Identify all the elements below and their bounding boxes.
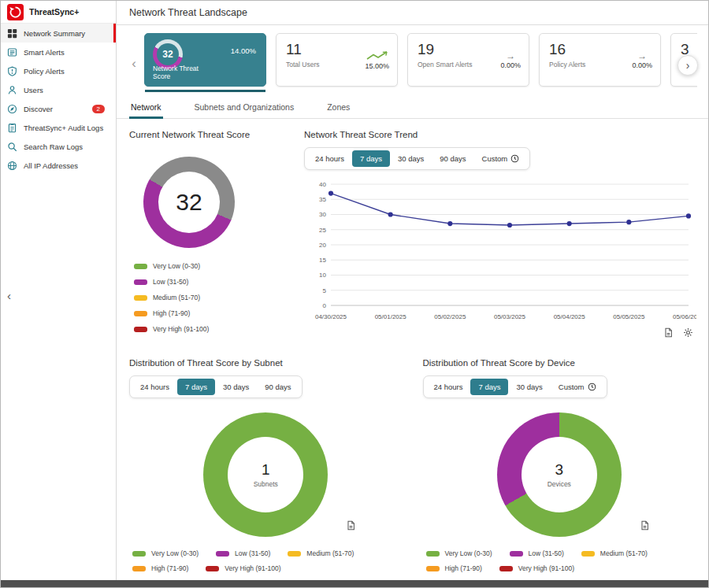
pill-label: 30 days <box>516 383 542 391</box>
device-range-7-days[interactable]: 7 days <box>470 379 508 395</box>
device-range-30-days[interactable]: 30 days <box>508 379 550 395</box>
pill-label: 7 days <box>360 154 382 163</box>
sidebar-item-threatsync-audit-logs[interactable]: ThreatSync+ Audit Logs <box>1 118 116 137</box>
sidebar-item-label: Smart Alerts <box>24 48 65 57</box>
discover-icon <box>7 103 18 114</box>
kpi-card-policy-alerts[interactable]: 16Policy Alerts→0.00% <box>539 33 661 87</box>
bottom-bar <box>1 580 708 587</box>
trend-points <box>329 190 691 227</box>
trend-range-90-days[interactable]: 90 days <box>432 150 473 167</box>
kpi-card-open-smart-alerts[interactable]: 19Open Smart Alerts→0.00% <box>407 33 529 87</box>
svg-text:05/01/2025: 05/01/2025 <box>375 313 407 320</box>
carousel-prev-button[interactable]: ‹ <box>128 56 140 72</box>
subnet-donut-hole: 1 Subnets <box>228 437 303 512</box>
svg-text:05/05/2025: 05/05/2025 <box>613 313 645 320</box>
subnet-range-30-days[interactable]: 30 days <box>215 379 257 395</box>
legend-label: Very High (91-100) <box>225 564 280 572</box>
svg-text:30: 30 <box>319 211 326 218</box>
subnet-range-7-days[interactable]: 7 days <box>177 379 215 395</box>
audit-logs-icon <box>7 122 18 133</box>
legend-swatch <box>134 264 147 269</box>
pill-label: 90 days <box>440 154 466 163</box>
device-donut-wrap: 3 Devices <box>497 412 622 537</box>
sidebar-item-label: Network Summary <box>24 29 85 38</box>
subnet-distribution-panel: Distribution of Threat Score by Subnet 2… <box>129 358 403 572</box>
legend-item-high-71-90: High (71-90) <box>426 564 482 572</box>
kpi-card-total-users[interactable]: 11Total Users15.00% <box>276 33 398 87</box>
tab-zones[interactable]: Zones <box>325 95 351 118</box>
svg-text:20: 20 <box>319 242 326 249</box>
threat-score-legend: Very Low (0-30)Low (31-50)Medium (51-70)… <box>134 262 296 333</box>
legend-swatch <box>288 551 301 557</box>
bottom-section: Distribution of Threat Score by Subnet 2… <box>117 341 708 572</box>
sidebar-item-discover[interactable]: Discover2 <box>1 99 116 118</box>
svg-text:40: 40 <box>319 181 326 188</box>
sidebar-item-network-summary[interactable]: Network Summary <box>1 24 116 43</box>
legend-swatch <box>134 327 147 332</box>
sidebar-item-search-raw-logs[interactable]: Search Raw Logs <box>1 137 116 156</box>
device-range-custom[interactable]: Custom <box>551 379 604 395</box>
clock-icon <box>510 154 519 163</box>
sidebar-item-policy-alerts[interactable]: Policy Alerts <box>1 61 116 80</box>
pill-label: 90 days <box>265 383 291 391</box>
sidebar-collapse-button[interactable]: ‹ <box>7 289 11 302</box>
tab-subnets-and-organizations[interactable]: Subnets and Organizations <box>193 95 296 118</box>
kpi-delta-text: 0.00% <box>500 61 521 69</box>
sidebar-item-all-ip-addresses[interactable]: All IP Addresses <box>1 156 116 175</box>
kpi-delta: →0.00% <box>632 51 652 69</box>
legend-item-very-low-0-30: Very Low (0-30) <box>132 549 199 557</box>
kpi-label: Network Threat Score <box>153 65 210 81</box>
legend-label: Very High (91-100) <box>153 325 209 333</box>
legend-label: Medium (51-70) <box>600 549 648 557</box>
file-export-icon <box>346 520 356 531</box>
svg-text:35: 35 <box>319 196 326 203</box>
kpi-label: Total Users <box>286 61 349 69</box>
legend-swatch <box>206 566 219 571</box>
kpi-label: Open Smart Alerts <box>418 61 481 69</box>
trend-range-30-days[interactable]: 30 days <box>390 150 432 167</box>
users-icon <box>7 84 18 95</box>
carousel-next-button[interactable]: › <box>677 55 698 76</box>
file-export-icon <box>640 520 650 531</box>
pill-label: 7 days <box>478 383 500 391</box>
subnet-range-90-days[interactable]: 90 days <box>257 379 299 395</box>
trend-export-button[interactable] <box>663 327 674 338</box>
pill-label: 30 days <box>223 383 249 391</box>
tab-network[interactable]: Network <box>129 95 163 118</box>
subnet-export-button[interactable] <box>346 520 356 531</box>
trend-line-chart: 051015202530354004/30/202505/01/202505/0… <box>304 176 696 327</box>
sidebar-item-label: All IP Addresses <box>24 161 78 170</box>
device-distribution-panel: Distribution of Threat Score by Device 2… <box>423 358 696 572</box>
trend-range-selector: 24 hours7 days30 days90 daysCustom <box>304 147 530 170</box>
sidebar-item-users[interactable]: Users <box>1 80 116 99</box>
sidebar-item-label: Discover <box>24 105 53 113</box>
legend-item-very-low-0-30: Very Low (0-30) <box>426 549 492 557</box>
trend-settings-button[interactable] <box>683 327 693 338</box>
trend-range-24-hours[interactable]: 24 hours <box>307 150 352 167</box>
subnet-range-selector: 24 hours7 days30 days90 days <box>129 375 303 398</box>
trend-range-custom[interactable]: Custom <box>474 150 528 167</box>
clock-icon <box>588 383 596 391</box>
subnet-range-24-hours[interactable]: 24 hours <box>132 379 177 395</box>
device-export-button[interactable] <box>640 520 650 531</box>
flat-trend-icon: → <box>506 51 515 61</box>
app-root: ThreatSync+ Network SummarySmart AlertsP… <box>0 0 709 588</box>
legend-label: Very Low (0-30) <box>445 549 492 557</box>
trend-range-7-days[interactable]: 7 days <box>352 150 390 167</box>
sidebar-item-smart-alerts[interactable]: Smart Alerts <box>1 43 116 61</box>
threat-score-value: 32 <box>176 189 202 216</box>
kpi-label: Policy Alerts <box>549 61 612 69</box>
device-count: 3 <box>555 461 563 479</box>
trend-actions <box>304 327 696 338</box>
kpi-card-network-threat-score[interactable]: 3214.00%Network Threat Score <box>144 33 266 87</box>
device-legend: Very Low (0-30)Low (31-50)Medium (51-70)… <box>423 549 696 572</box>
svg-text:15: 15 <box>319 257 326 264</box>
file-export-icon <box>663 327 674 338</box>
device-range-24-hours[interactable]: 24 hours <box>426 379 471 395</box>
legend-item-low-31-50: Low (31-50) <box>510 549 564 557</box>
pill-label: Custom <box>482 154 508 163</box>
page-title: Network Threat Landscape <box>129 7 247 18</box>
kpi-carousel: ‹ 3214.00%Network Threat Score11Total Us… <box>117 25 708 94</box>
current-score-panel: Current Network Threat Score 32 Very Low… <box>129 130 296 341</box>
page-header: Network Threat Landscape <box>117 1 708 25</box>
